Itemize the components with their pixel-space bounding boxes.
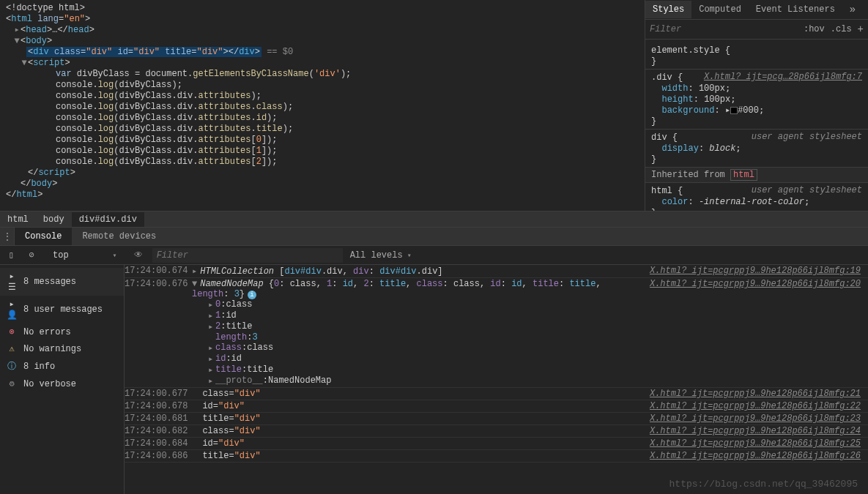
tab-console[interactable]: Console bbox=[15, 228, 72, 245]
console-sidebar: ▸ ☰8 messages ▸ 👤8 user messages ⊗No err… bbox=[0, 265, 125, 494]
watermark: https://blog.csdn.net/qq_39462095 bbox=[669, 479, 858, 490]
new-style-rule-icon[interactable]: + bbox=[858, 23, 864, 35]
lang-value: "en" bbox=[64, 14, 85, 24]
eq-zero: == $0 bbox=[267, 47, 293, 57]
user-agent-label-2: user agent stylesheet bbox=[752, 185, 862, 195]
log-source-link[interactable]: X.html?_ijt=pcgrppj9…9he128p66ijl8mfg:21 bbox=[642, 389, 868, 399]
clear-console-icon[interactable]: ⊘ bbox=[25, 250, 38, 261]
log-source-link[interactable]: X.html?_ijt=pcgrppj9…9he128p66ijl8mfg:19 bbox=[642, 266, 868, 277]
log-timestamp: 17:24:00.681 bbox=[125, 413, 189, 424]
sidebar-user-messages[interactable]: ▸ 👤8 user messages bbox=[0, 296, 124, 323]
prop-background[interactable]: background bbox=[661, 105, 714, 116]
sidebar-warnings[interactable]: ⚠No warnings bbox=[0, 340, 124, 357]
tab-computed[interactable]: Computed bbox=[691, 1, 749, 18]
selected-element[interactable]: <div class="div" id="div" title="div"></… bbox=[26, 47, 261, 57]
inherited-tag[interactable]: html bbox=[730, 169, 757, 181]
breadcrumb-body[interactable]: body bbox=[36, 212, 72, 227]
context-dropdown[interactable]: top bbox=[45, 250, 125, 261]
log-timestamp: 17:24:00.677 bbox=[125, 389, 189, 399]
sidebar-messages-label: 8 messages bbox=[23, 277, 76, 287]
log-source-link[interactable]: X.html?_ijt=pcgrppj9…9he128p66ijl8mfg:24 bbox=[642, 426, 868, 436]
sidebar-verbose-label: No verbose bbox=[23, 379, 76, 389]
val-background[interactable]: #000 bbox=[738, 105, 759, 116]
sidebar-warnings-label: No warnings bbox=[23, 344, 81, 354]
elements-panel[interactable]: <!doctype html> <html lang="en"> ▸<head>… bbox=[0, 0, 645, 211]
log-timestamp: 17:24:00.686 bbox=[125, 451, 189, 461]
html-selector: html { bbox=[651, 186, 683, 196]
sidebar-toggle-icon[interactable]: ▯ bbox=[4, 250, 18, 261]
styles-panel: Styles Computed Event Listeners » :hov .… bbox=[645, 0, 868, 211]
console-drawer-icon[interactable]: ⋮ bbox=[0, 228, 15, 245]
element-style-selector[interactable]: element.style { bbox=[651, 45, 730, 56]
log-timestamp: 17:24:00.678 bbox=[125, 401, 189, 411]
color-swatch[interactable] bbox=[730, 107, 738, 114]
tab-remote-devices[interactable]: Remote devices bbox=[72, 228, 166, 245]
prop-display: display bbox=[661, 143, 698, 154]
sidebar-errors-label: No errors bbox=[23, 327, 71, 337]
live-expression-icon[interactable]: 👁 bbox=[132, 250, 145, 261]
inherited-label: Inherited from bbox=[651, 170, 725, 180]
tab-event-listeners[interactable]: Event Listeners bbox=[749, 1, 842, 18]
user-agent-label: user agent stylesheet bbox=[752, 132, 862, 142]
div-class-selector[interactable]: .div { bbox=[651, 72, 683, 83]
log-source-link[interactable]: X.html?_ijt=pcgrppj9…9he128p66ijl8mfg:22 bbox=[642, 401, 868, 411]
source-link[interactable]: X.html?_ijt=pcg…28p66ijl8mfg:7 bbox=[704, 72, 862, 82]
log-timestamp: 17:24:00.684 bbox=[125, 438, 189, 449]
prop-height[interactable]: height bbox=[661, 94, 693, 105]
val-width[interactable]: 100px bbox=[699, 83, 725, 94]
prop-color: color bbox=[661, 197, 688, 207]
cls-toggle[interactable]: .cls bbox=[831, 24, 852, 34]
prop-width[interactable]: width bbox=[661, 83, 688, 94]
breadcrumb-current[interactable]: div#div.div bbox=[72, 212, 144, 227]
sidebar-verbose[interactable]: ⚙No verbose bbox=[0, 375, 124, 392]
log-source-link[interactable]: X.html?_ijt=pcgrppj9…9he128p66ijl8mfg:26 bbox=[642, 451, 868, 461]
tab-styles[interactable]: Styles bbox=[645, 1, 691, 18]
val-color: -internal-root-color bbox=[699, 197, 804, 207]
hov-toggle[interactable]: :hov bbox=[804, 24, 825, 34]
breadcrumb: html body div#div.div bbox=[0, 211, 868, 227]
sidebar-info-label: 8 info bbox=[23, 362, 55, 372]
val-height[interactable]: 100px bbox=[704, 94, 730, 105]
log-source-link[interactable]: X.html?_ijt=pcgrppj9…9he128p66ijl8mfg:23 bbox=[642, 413, 868, 424]
styles-filter-input[interactable] bbox=[650, 24, 798, 34]
info-badge-icon[interactable]: i bbox=[248, 291, 256, 299]
val-display: block bbox=[709, 143, 735, 154]
sidebar-errors[interactable]: ⊗No errors bbox=[0, 323, 124, 340]
console-log-area[interactable]: 17:24:00.674 ▸HTMLCollection [div#div.di… bbox=[125, 265, 868, 494]
sidebar-info[interactable]: ⓘ8 info bbox=[0, 357, 124, 375]
log-levels-dropdown[interactable]: All levels bbox=[350, 250, 412, 261]
log-source-link[interactable]: X.html?_ijt=pcgrppj9…9he128p66ijl8mfg:25 bbox=[642, 438, 868, 449]
log-timestamp: 17:24:00.682 bbox=[125, 426, 189, 436]
log-timestamp: 17:24:00.674 bbox=[125, 266, 189, 277]
sidebar-messages[interactable]: ▸ ☰8 messages bbox=[0, 268, 124, 296]
log-source-link[interactable]: X.html?_ijt=pcgrppj9…9he128p66ijl8mfg:20 bbox=[642, 279, 868, 289]
div-ua-selector: div { bbox=[651, 132, 678, 143]
console-filter-input[interactable] bbox=[152, 248, 343, 263]
sidebar-user-label: 8 user messages bbox=[23, 304, 103, 315]
log-timestamp: 17:24:00.676 bbox=[125, 279, 189, 289]
breadcrumb-html[interactable]: html bbox=[0, 212, 36, 227]
more-tabs-icon[interactable]: » bbox=[842, 4, 863, 15]
